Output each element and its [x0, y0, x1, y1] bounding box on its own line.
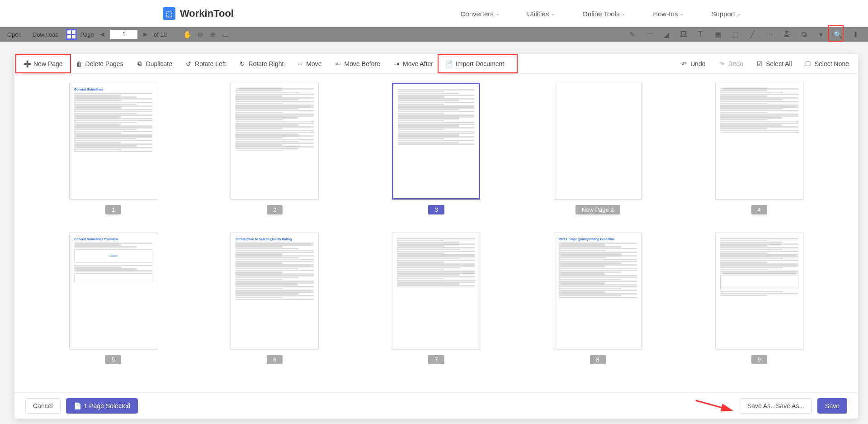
duplicate-icon: ⧉	[136, 60, 143, 67]
chevron-down-icon[interactable]: ▾	[816, 30, 826, 39]
page-thumb-4[interactable]	[715, 83, 803, 200]
rotate-left-icon: ↺	[185, 60, 192, 67]
delete-pages-button[interactable]: 🗑 Delete Pages	[70, 57, 129, 70]
import-document-button[interactable]: 📄 Import Document	[440, 57, 509, 70]
main-toolbar: Open Download Page ◄ ► of 10 ✋ ⊖ ⊕ ▭ ✎ 〰…	[0, 27, 868, 42]
page-badge-selected: 3	[428, 205, 444, 214]
thumb-content	[559, 243, 637, 298]
import-icon: 📄	[446, 60, 453, 67]
move-before-label: Move Before	[344, 60, 380, 67]
undo-icon: ↶	[680, 60, 688, 67]
page-item-new[interactable]: New Page 2	[544, 83, 651, 214]
zoom-out-icon[interactable]: ⊖	[196, 30, 205, 39]
page-icon: 📄	[74, 402, 81, 410]
page-item-4[interactable]: 4	[706, 83, 813, 214]
line-icon[interactable]: ╱	[748, 30, 757, 39]
next-page-icon[interactable]: ►	[141, 30, 150, 39]
page-badge: 2	[267, 205, 283, 214]
page-item-2[interactable]: 2	[221, 83, 328, 214]
zoom-in-icon[interactable]: ⊕	[208, 30, 217, 39]
svg-line-1	[696, 400, 732, 410]
page-item-7[interactable]: 7	[382, 233, 490, 364]
form-icon[interactable]: ▦	[713, 30, 722, 39]
undo-button[interactable]: ↶ Undo	[675, 57, 711, 70]
rotate-left-label: Rotate Left	[195, 60, 226, 67]
nav-support[interactable]: Support	[711, 10, 741, 18]
draw-icon[interactable]: 〰	[645, 30, 654, 39]
redo-button[interactable]: ↷ Redo	[713, 57, 749, 70]
page-thumb-new-blank[interactable]	[554, 83, 642, 200]
move-after-label: Move After	[403, 60, 433, 67]
save-button[interactable]: Save	[817, 398, 847, 414]
move-before-button[interactable]: ⇤ Move Before	[329, 57, 386, 70]
redo-label: Redo	[728, 60, 743, 67]
page-item-1[interactable]: General Guidelines 1	[60, 83, 167, 214]
page-item-9[interactable]: 9	[706, 233, 813, 364]
save-as-button[interactable]: Save As...Save As...	[740, 398, 812, 414]
page-thumb-6[interactable]: Introduction to Search Quality Rating	[231, 233, 319, 349]
duplicate-button[interactable]: ⧉ Duplicate	[131, 57, 178, 70]
hand-tool-icon[interactable]: ✋	[183, 30, 192, 39]
new-page-label: New Page	[33, 60, 63, 67]
crop-icon[interactable]: ⬚	[731, 30, 740, 39]
logo-icon: ⬚	[163, 7, 175, 20]
move-icon: ↔	[296, 60, 303, 67]
page-item-5[interactable]: General Guidelines Overview Google 5	[60, 233, 167, 364]
page-thumb-7[interactable]	[392, 233, 480, 349]
image-icon[interactable]: 🖼	[679, 30, 688, 39]
selected-count-button[interactable]: 📄 1 Page Selected	[66, 398, 138, 414]
shape-icon[interactable]: ◢	[662, 30, 671, 39]
move-button[interactable]: ↔ Move	[291, 57, 327, 70]
page-badge: 8	[590, 355, 606, 364]
new-page-icon: ➕	[24, 60, 31, 67]
page-thumb-1[interactable]: General Guidelines	[69, 83, 157, 200]
cancel-button[interactable]: Cancel	[25, 398, 61, 414]
page-input[interactable]	[110, 30, 137, 39]
dots-icon[interactable]: ⋯	[765, 30, 774, 39]
page-thumb-5[interactable]: General Guidelines Overview Google	[69, 233, 157, 349]
select-none-button[interactable]: ☐ Select None	[799, 57, 854, 70]
page-thumb-9[interactable]	[715, 233, 803, 349]
nav-converters[interactable]: Converters	[460, 10, 500, 18]
app-header: ⬚ WorkinTool Converters Utilities Online…	[0, 0, 868, 27]
fit-page-icon[interactable]: ▭	[221, 30, 230, 39]
page-thumb-2[interactable]	[231, 83, 319, 200]
page-item-3[interactable]: 3	[382, 83, 490, 214]
grid-view-icon[interactable]	[66, 29, 77, 40]
selected-count-label: 1 Page Selected	[84, 402, 131, 410]
nav-menu: Converters Utilities Online Tools How-to…	[460, 10, 741, 18]
open-button[interactable]: Open	[4, 29, 25, 40]
organize-icon[interactable]: ⧉	[799, 30, 808, 39]
page-total: of 10	[154, 31, 167, 38]
prev-page-icon[interactable]: ◄	[98, 30, 107, 39]
rotate-right-button[interactable]: ↻ Rotate Right	[233, 57, 289, 70]
select-all-button[interactable]: ☑ Select All	[750, 57, 797, 70]
move-after-button[interactable]: ⇥ Move After	[387, 57, 439, 70]
nav-online-tools[interactable]: Online Tools	[582, 10, 626, 18]
page-item-8[interactable]: Part 1: Page Quality Rating Guideline 8	[544, 233, 651, 364]
thumb-content	[397, 238, 475, 286]
logo[interactable]: ⬚ WorkinTool	[163, 7, 234, 20]
search-icon[interactable]: 🔍	[834, 30, 843, 39]
select-all-label: Select All	[766, 60, 792, 67]
page-badge: 1	[105, 205, 121, 214]
nav-how-tos[interactable]: How-tos	[653, 10, 684, 18]
print-icon[interactable]: 🖶	[782, 30, 791, 39]
thumb-title: General Guidelines Overview	[74, 238, 152, 241]
nav-utilities[interactable]: Utilities	[527, 10, 555, 18]
thumb-content	[74, 93, 152, 152]
download-icon[interactable]: ⬇	[851, 30, 860, 39]
page-label: Page	[80, 31, 94, 38]
thumb-title: General Guidelines	[74, 88, 152, 91]
page-badge: 5	[105, 355, 121, 364]
page-thumb-8[interactable]: Part 1: Page Quality Rating Guideline	[554, 233, 642, 349]
page-thumb-3-selected[interactable]	[392, 83, 480, 200]
rotate-left-button[interactable]: ↺ Rotate Left	[179, 57, 231, 70]
organize-pages-dialog: ➕ New Page 🗑 Delete Pages ⧉ Duplicate ↺ …	[14, 54, 858, 419]
select-none-label: Select None	[815, 60, 849, 67]
highlight-icon[interactable]: ✎	[627, 30, 637, 39]
text-icon[interactable]: T	[696, 30, 705, 39]
page-item-6[interactable]: Introduction to Search Quality Rating 6	[221, 233, 328, 364]
new-page-button[interactable]: ➕ New Page	[18, 57, 68, 70]
download-button[interactable]: Download	[29, 29, 62, 40]
